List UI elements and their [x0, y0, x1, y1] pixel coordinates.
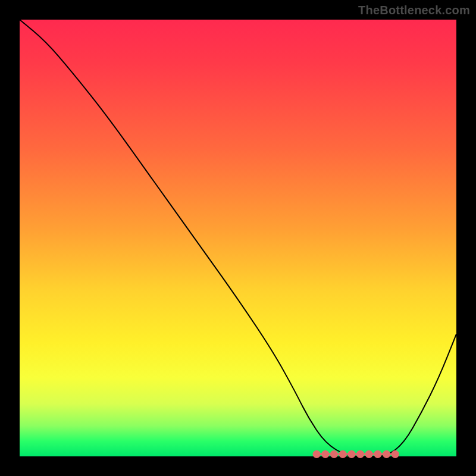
optimal-dot: [365, 450, 373, 458]
watermark-text: TheBottleneck.com: [358, 4, 470, 17]
optimal-dot: [383, 450, 390, 458]
optimal-dot: [339, 450, 347, 458]
optimal-dot: [347, 450, 355, 458]
optimal-dot: [392, 450, 399, 458]
bottleneck-curve-line: [20, 20, 456, 456]
plot-area: [20, 20, 456, 456]
curve-layer: [20, 20, 456, 456]
optimal-dot: [313, 450, 321, 458]
optimal-dot: [330, 450, 338, 458]
chart-container: TheBottleneck.com: [0, 0, 476, 476]
optimal-dot: [374, 450, 381, 458]
optimal-dot: [356, 450, 364, 458]
optimal-range-dots: [313, 450, 399, 458]
optimal-dot: [321, 450, 329, 458]
